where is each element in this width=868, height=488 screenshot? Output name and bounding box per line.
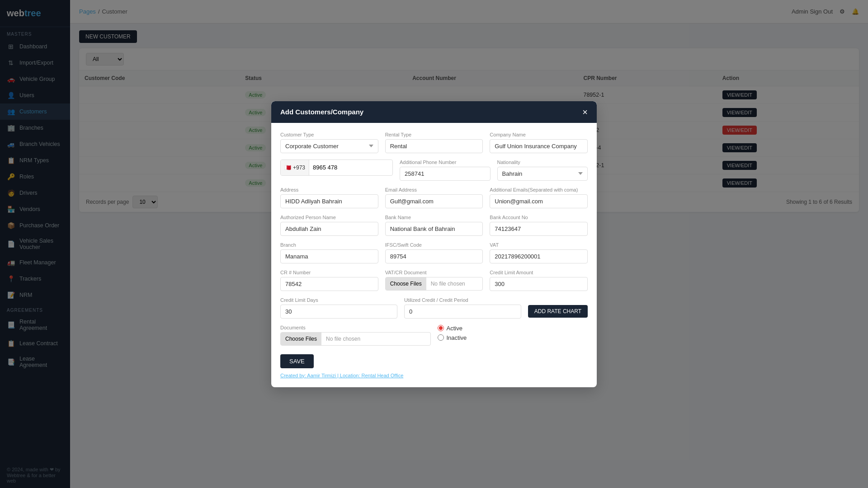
credit-limit-days-input[interactable] — [280, 305, 397, 319]
branch-group: Branch — [280, 242, 378, 263]
add-rate-chart-button[interactable]: ADD RATE CHART — [528, 305, 588, 318]
bank-account-label: Bank Account No — [490, 215, 588, 220]
credit-limit-days-group: Credit Limit Days — [280, 297, 397, 319]
nationality-select[interactable]: Bahrain Saudi Arabia UAE Kuwait Oman — [497, 167, 588, 181]
additional-emails-input[interactable] — [490, 194, 588, 208]
address-input[interactable] — [280, 194, 378, 208]
status-active-text: Active — [447, 325, 462, 332]
phone-flag: 🇧🇭 +973 — [281, 160, 309, 175]
documents-choose-button[interactable]: Choose Files — [281, 333, 321, 345]
nationality-group: Nationality Bahrain Saudi Arabia UAE Kuw… — [497, 160, 588, 181]
ifsc-label: IFSC/Swift Code — [385, 242, 483, 248]
credit-limit-amount-label: Credit Limit Amount — [490, 270, 588, 275]
additional-emails-label: Additional Emails(Separated with coma) — [490, 187, 588, 192]
address-group: Address — [280, 187, 378, 208]
additional-phone-label: Additional Phone Number — [400, 160, 490, 165]
utilized-credit-label: Utilized Credit / Credit Period — [404, 297, 521, 303]
utilized-credit-group: Utilized Credit / Credit Period — [404, 297, 521, 319]
flag-icon: 🇧🇭 — [284, 164, 291, 171]
cr-number-group: CR # Number — [280, 270, 378, 291]
phone-code: +973 — [293, 164, 305, 171]
status-radio-group: Active Inactive — [438, 325, 588, 341]
bank-name-input[interactable] — [385, 222, 483, 236]
modal-overlay: Add Customers/Company × Customer Type Co… — [0, 0, 868, 488]
vat-label: VAT — [490, 242, 588, 248]
email-group: Email Address — [385, 187, 483, 208]
credit-limit-days-label: Credit Limit Days — [280, 297, 397, 303]
save-button[interactable]: SAVE — [280, 354, 314, 368]
rental-type-label: Rental Type — [385, 132, 483, 137]
vat-cr-file-wrapper: Choose Files No file chosen — [385, 277, 483, 291]
status-inactive-text: Inactive — [447, 334, 467, 341]
form-row-4: Authorized Person Name Bank Name Bank Ac… — [280, 215, 588, 236]
modal-title: Add Customers/Company — [280, 108, 363, 116]
nationality-label: Nationality — [497, 160, 588, 165]
additional-emails-group: Additional Emails(Separated with coma) — [490, 187, 588, 208]
phone-input-wrapper: 🇧🇭 +973 — [280, 160, 393, 176]
form-row-3: Address Email Address Additional Emails(… — [280, 187, 588, 208]
additional-phone-group: Additional Phone Number — [400, 160, 490, 181]
status-group: Active Inactive — [438, 325, 588, 346]
form-row-8: Documents Choose Files No file chosen Ac… — [280, 325, 588, 346]
company-name-label: Company Name — [490, 132, 588, 137]
form-row-2: 🇧🇭 +973 Additional Phone Number National… — [280, 160, 588, 181]
vat-cr-document-group: VAT/CR Document Choose Files No file cho… — [385, 270, 483, 291]
add-customer-modal: Add Customers/Company × Customer Type Co… — [271, 101, 597, 387]
add-rate-chart-wrapper: ADD RATE CHART — [528, 305, 588, 319]
bank-name-label: Bank Name — [385, 215, 483, 220]
phone-input[interactable] — [309, 161, 392, 174]
status-active-label[interactable]: Active — [438, 325, 588, 332]
authorized-person-group: Authorized Person Name — [280, 215, 378, 236]
vat-cr-no-file: No file chosen — [426, 277, 483, 290]
modal-body: Customer Type Corporate Customer Individ… — [271, 123, 597, 387]
form-row-7: Credit Limit Days Utilized Credit / Cred… — [280, 297, 588, 319]
authorized-person-input[interactable] — [280, 222, 378, 236]
bank-account-group: Bank Account No — [490, 215, 588, 236]
company-name-group: Company Name — [490, 132, 588, 153]
authorized-person-label: Authorized Person Name — [280, 215, 378, 220]
customer-type-group: Customer Type Corporate Customer Individ… — [280, 132, 378, 153]
company-name-input[interactable] — [490, 139, 588, 153]
credit-limit-amount-input[interactable] — [490, 277, 588, 291]
address-label: Address — [280, 187, 378, 192]
credit-limit-amount-group: Credit Limit Amount — [490, 270, 588, 291]
cr-number-input[interactable] — [280, 277, 378, 291]
customer-type-label: Customer Type — [280, 132, 378, 137]
utilized-credit-input[interactable] — [404, 305, 521, 319]
branch-input[interactable] — [280, 249, 378, 263]
documents-group: Documents Choose Files No file chosen — [280, 325, 431, 346]
documents-no-file: No file chosen — [321, 333, 430, 345]
documents-file-wrapper: Choose Files No file chosen — [280, 332, 431, 346]
vat-cr-document-label: VAT/CR Document — [385, 270, 483, 275]
form-row-5: Branch IFSC/Swift Code VAT — [280, 242, 588, 263]
status-inactive-label[interactable]: Inactive — [438, 334, 588, 341]
vat-input[interactable] — [490, 249, 588, 263]
modal-header: Add Customers/Company × — [271, 101, 597, 123]
rental-type-group: Rental Type — [385, 132, 483, 153]
customer-type-select[interactable]: Corporate Customer Individual Customer — [280, 139, 378, 153]
form-row-1: Customer Type Corporate Customer Individ… — [280, 132, 588, 153]
created-by-text[interactable]: Created by: Aamir Tirmizi | Location: Re… — [280, 373, 588, 378]
additional-phone-input[interactable] — [400, 167, 490, 181]
vat-cr-choose-button[interactable]: Choose Files — [386, 277, 426, 290]
vat-group: VAT — [490, 242, 588, 263]
status-active-radio[interactable] — [438, 325, 444, 331]
phone-group: 🇧🇭 +973 — [280, 160, 393, 181]
status-inactive-radio[interactable] — [438, 334, 444, 341]
bank-name-group: Bank Name — [385, 215, 483, 236]
ifsc-input[interactable] — [385, 249, 483, 263]
cr-number-label: CR # Number — [280, 270, 378, 275]
email-input[interactable] — [385, 194, 483, 208]
documents-label: Documents — [280, 325, 431, 330]
branch-label: Branch — [280, 242, 378, 248]
modal-close-button[interactable]: × — [582, 108, 588, 117]
rental-type-input[interactable] — [385, 139, 483, 153]
form-row-6: CR # Number VAT/CR Document Choose Files… — [280, 270, 588, 291]
email-label: Email Address — [385, 187, 483, 192]
ifsc-group: IFSC/Swift Code — [385, 242, 483, 263]
bank-account-input[interactable] — [490, 222, 588, 236]
